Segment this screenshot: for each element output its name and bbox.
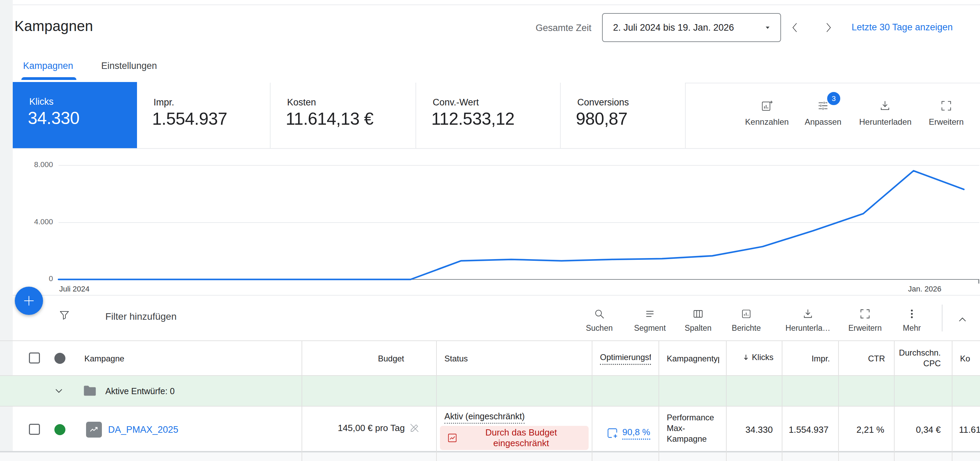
date-prev-button[interactable] — [787, 19, 803, 36]
header-status[interactable]: Status — [444, 354, 468, 364]
status-text[interactable]: Aktiv (eingeschränkt) — [444, 412, 525, 424]
tab-kampagnen[interactable]: Kampagnen — [23, 61, 73, 71]
campaign-type-icon — [86, 422, 102, 437]
add-filter-label[interactable]: Filter hinzufügen — [105, 311, 177, 322]
scorecard-label: Conversions — [577, 97, 629, 108]
tune-icon — [797, 99, 849, 112]
chevron-right-icon — [821, 21, 835, 35]
apply-recommendations-icon — [606, 426, 619, 440]
toolbar-label: Herunterladen — [859, 117, 911, 127]
date-next-button[interactable] — [820, 19, 837, 36]
toolbar-label: Anpassen — [797, 117, 849, 127]
anpassen-button[interactable]: Anpassen 3 — [797, 99, 849, 127]
col-divider — [838, 341, 839, 461]
more-vert-icon — [888, 308, 936, 320]
expand-icon — [920, 99, 972, 112]
erweitern-button[interactable]: Erweitern — [920, 99, 972, 127]
budget-value: 145,00 € pro Tag — [338, 423, 405, 434]
col-divider — [894, 341, 895, 461]
clicks-trend-chart — [0, 150, 980, 281]
columns-button[interactable]: Spalten — [674, 308, 722, 333]
col-divider — [782, 341, 783, 461]
scorecard-conversions[interactable]: Conversions 980,87 — [561, 83, 686, 148]
collapse-table-button[interactable] — [956, 313, 969, 327]
sort-desc-icon — [741, 353, 750, 362]
action-label: Herunterla… — [780, 324, 835, 333]
x-label-start: Juli 2024 — [59, 285, 89, 294]
date-range-dropdown[interactable]: 2. Juli 2024 bis 19. Jan. 2026 — [602, 13, 781, 42]
impressions-cell: 1.554.937 — [782, 424, 829, 435]
scorecard-value: 1.554.937 — [152, 109, 227, 129]
header-budget[interactable]: Budget — [306, 354, 404, 364]
campaign-name-link[interactable]: DA_PMAX_2025 — [108, 424, 178, 435]
header-kampagne[interactable]: Kampagne — [84, 354, 124, 364]
tab-einstellungen[interactable]: Einstellungen — [101, 61, 157, 71]
expand-table-button[interactable]: Erweitern — [841, 308, 889, 333]
row-checkbox[interactable] — [29, 424, 40, 435]
expand-icon — [841, 308, 889, 320]
header-klicks[interactable]: Klicks — [726, 353, 773, 362]
header-kosten[interactable]: Ko — [960, 354, 970, 364]
filter-icon[interactable] — [58, 309, 71, 322]
optimization-score-cell[interactable]: 90,8 % — [592, 426, 650, 440]
optimization-score-value[interactable]: 90,8 % — [622, 427, 650, 440]
scorecard-label: Impr. — [154, 97, 174, 108]
campaign-status-dot-active[interactable] — [54, 424, 65, 435]
scorecard-conv-wert[interactable]: Conv.-Wert 112.533,12 — [416, 83, 561, 148]
columns-icon — [674, 308, 722, 320]
warning-text: Durch das Budget eingeschränkt — [469, 427, 578, 448]
filterbar-top-border — [13, 295, 980, 296]
action-label: Suchen — [575, 324, 624, 333]
scorecard-klicks[interactable]: Klicks 34.330 — [13, 82, 137, 149]
segment-button[interactable]: Segment — [626, 308, 674, 333]
kennzahlen-button[interactable]: Kennzahlen — [741, 99, 793, 127]
caret-down-icon — [763, 23, 772, 32]
status-filter-dot[interactable] — [54, 353, 65, 364]
download-icon — [859, 99, 911, 112]
scorecard-label: Klicks — [29, 96, 54, 107]
campaign-type-cell: Performance Max-Kampagne — [667, 412, 718, 444]
header-kampagnentyp[interactable]: Kampagnentyp — [667, 354, 719, 364]
scorecard-label: Conv.-Wert — [433, 97, 479, 108]
col-divider — [302, 341, 302, 461]
drafts-row[interactable]: Aktive Entwürfe: 0 — [0, 376, 980, 406]
clicks-cell: 34.330 — [726, 424, 773, 435]
select-all-checkbox[interactable] — [29, 353, 40, 364]
row-border — [0, 406, 980, 407]
add-campaign-button[interactable] — [15, 287, 43, 315]
more-button[interactable]: Mehr — [888, 308, 936, 333]
campaigns-page: Kampagnen Gesamte Zeit 2. Juli 2024 bis … — [0, 0, 980, 461]
herunterladen-button[interactable]: Herunterladen — [859, 99, 911, 127]
scorecard-value: 112.533,12 — [431, 109, 515, 129]
budget-cell[interactable]: 145,00 € pro Tag — [301, 422, 421, 434]
search-button[interactable]: Suchen — [575, 308, 624, 333]
scorecard-value: 980,87 — [576, 109, 627, 129]
col-divider — [436, 341, 437, 461]
folder-icon — [82, 383, 98, 399]
scorecard-label: Kosten — [287, 97, 316, 108]
budget-limited-badge[interactable]: Durch das Budget eingeschränkt — [440, 426, 589, 450]
scorecard-impr[interactable]: Impr. 1.554.937 — [137, 83, 270, 148]
avg-cpc-cell: 0,34 € — [894, 424, 941, 435]
action-label: Mehr — [888, 324, 936, 333]
download-icon — [780, 308, 835, 320]
metrics-icon — [741, 99, 793, 112]
page-title: Kampagnen — [14, 18, 93, 35]
scorecard-kosten[interactable]: Kosten 11.614,13 € — [270, 83, 416, 148]
plus-icon — [21, 293, 37, 308]
download-table-button[interactable]: Herunterla… — [780, 308, 835, 333]
header-optimierungsfaktor[interactable]: Optimierungsfa — [600, 353, 651, 365]
col-divider — [592, 341, 592, 461]
header-impr[interactable]: Impr. — [782, 354, 830, 364]
chevron-down-icon[interactable] — [52, 384, 65, 397]
toolbar-label: Erweitern — [920, 117, 972, 127]
action-label: Berichte — [722, 324, 770, 333]
scorecard-value: 11.614,13 € — [286, 109, 374, 129]
table-top-border — [0, 340, 980, 341]
last-30-days-link[interactable]: Letzte 30 Tage anzeigen — [852, 22, 953, 33]
header-durchschn-cpc[interactable]: Durchschn. CPC — [892, 347, 941, 368]
reports-button[interactable]: Berichte — [722, 308, 770, 333]
cards-bottom-border — [13, 148, 980, 149]
warning-chart-icon — [446, 432, 458, 444]
header-ctr[interactable]: CTR — [838, 354, 885, 364]
